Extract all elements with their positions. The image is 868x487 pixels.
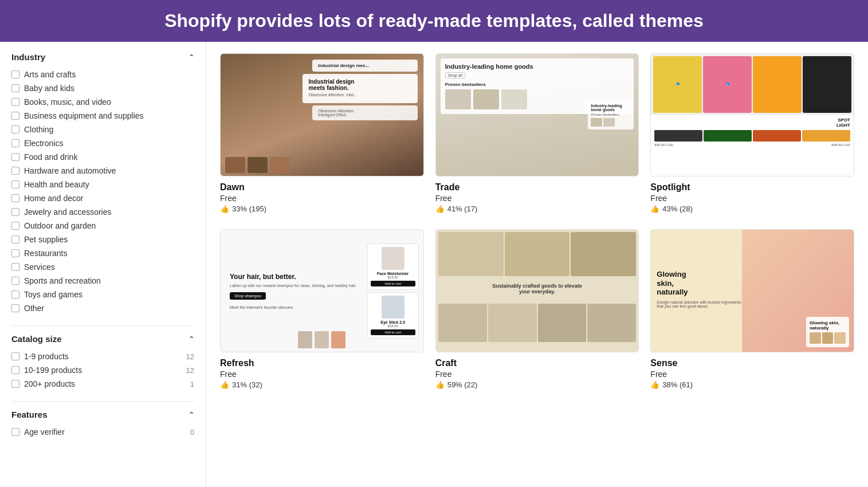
theme-rating-trade: 👍 41% (17) xyxy=(435,205,639,213)
label-toys-games: Toys and games xyxy=(24,290,83,299)
industry-item-electronics[interactable]: Electronics xyxy=(11,136,194,150)
checkbox-health-beauty[interactable] xyxy=(11,180,19,188)
features-section-header[interactable]: Features ⌃ xyxy=(11,410,194,419)
theme-thumbnail-trade: Industry-leading home goods Shop all Pro… xyxy=(435,53,639,176)
industry-item-health-beauty[interactable]: Health and beauty xyxy=(11,178,194,191)
label-age-verifier: Age verifier xyxy=(24,427,65,437)
industry-item-jewelry-accessories[interactable]: Jewelry and accessories xyxy=(11,205,194,219)
label-clothing: Clothing xyxy=(24,125,53,134)
checkbox-restaurants[interactable] xyxy=(11,249,19,257)
theme-thumbnail-dawn: Industrial design mee... Industrial desi… xyxy=(220,53,424,176)
theme-card-spotlight[interactable]: 🧢 🧢 SPOTLIGHT xyxy=(650,53,854,213)
theme-rating-refresh: 👍 31% (32) xyxy=(220,380,424,389)
theme-price-sense: Free xyxy=(650,370,854,379)
industry-item-baby-kids[interactable]: Baby and kids xyxy=(11,81,194,95)
theme-name-trade: Trade xyxy=(435,182,639,193)
checkbox-business-equipment[interactable] xyxy=(11,112,19,120)
checkbox-electronics[interactable] xyxy=(11,139,19,147)
checkbox-arts-crafts[interactable] xyxy=(11,70,19,78)
features-section-label: Features xyxy=(11,410,48,419)
industry-section-label: Industry xyxy=(11,52,45,62)
industry-item-toys-games[interactable]: Toys and games xyxy=(11,288,194,301)
checkbox-hardware-automotive[interactable] xyxy=(11,167,19,175)
count-age-verifier: 0 xyxy=(190,428,194,437)
rating-icon-sense: 👍 xyxy=(650,380,659,389)
checkbox-outdoor-garden[interactable] xyxy=(11,222,19,230)
label-arts-crafts: Arts and crafts xyxy=(24,70,76,79)
theme-rating-spotlight: 👍 43% (28) xyxy=(650,205,854,213)
rating-text-dawn: 33% (195) xyxy=(232,205,266,213)
industry-item-home-decor[interactable]: Home and decor xyxy=(11,191,194,205)
checkbox-baby-kids[interactable] xyxy=(11,84,19,92)
checkbox-pet-supplies[interactable] xyxy=(11,235,19,244)
industry-item-restaurants[interactable]: Restaurants xyxy=(11,246,194,260)
industry-item-arts-crafts[interactable]: Arts and crafts xyxy=(11,68,194,81)
industry-item-other[interactable]: Other xyxy=(11,301,194,315)
label-food-drink: Food and drink xyxy=(24,152,77,162)
catalog-item-10-199[interactable]: 10-199 products 12 xyxy=(11,363,194,377)
industry-chevron-icon: ⌃ xyxy=(188,53,194,61)
theme-thumbnail-spotlight: 🧢 🧢 SPOTLIGHT xyxy=(650,53,854,176)
checkbox-1-9[interactable] xyxy=(11,352,19,360)
industry-item-clothing[interactable]: Clothing xyxy=(11,123,194,136)
label-200-plus: 200+ products xyxy=(24,379,75,388)
catalog-section-header[interactable]: Catalog size ⌃ xyxy=(11,334,194,344)
label-home-decor: Home and decor xyxy=(24,194,84,203)
industry-item-hardware-automotive[interactable]: Hardware and automotive xyxy=(11,164,194,178)
industry-item-services[interactable]: Services xyxy=(11,260,194,274)
theme-card-craft[interactable]: Sustainably crafted goods to elevateyour… xyxy=(435,229,639,389)
theme-rating-craft: 👍 59% (22) xyxy=(435,380,639,389)
feature-item-age-verifier[interactable]: Age verifier 0 xyxy=(11,425,194,439)
theme-thumbnail-refresh: Your hair, but better. Lather up with ou… xyxy=(220,229,424,352)
catalog-chevron-icon: ⌃ xyxy=(188,335,194,343)
label-health-beauty: Health and beauty xyxy=(24,180,89,189)
features-items-list: Age verifier 0 xyxy=(11,425,194,439)
themes-grid: Industrial design mee... Industrial desi… xyxy=(220,53,854,389)
checkbox-toys-games[interactable] xyxy=(11,290,19,299)
rating-icon-refresh: 👍 xyxy=(220,380,229,389)
catalog-item-200-plus[interactable]: 200+ products 1 xyxy=(11,377,194,391)
checkbox-10-199[interactable] xyxy=(11,366,19,374)
count-1-9: 12 xyxy=(186,352,194,361)
industry-item-books-music-video[interactable]: Books, music, and video xyxy=(11,95,194,109)
theme-card-dawn[interactable]: Industrial design mee... Industrial desi… xyxy=(220,53,424,213)
checkbox-other[interactable] xyxy=(11,304,19,312)
checkbox-food-drink[interactable] xyxy=(11,153,19,161)
theme-price-spotlight: Free xyxy=(650,194,854,203)
label-baby-kids: Baby and kids xyxy=(24,84,74,93)
rating-text-refresh: 31% (32) xyxy=(232,380,262,389)
industry-item-sports-recreation[interactable]: Sports and recreation xyxy=(11,274,194,288)
rating-icon-trade: 👍 xyxy=(435,205,445,213)
label-jewelry-accessories: Jewelry and accessories xyxy=(24,207,112,217)
checkbox-books-music-video[interactable] xyxy=(11,98,19,106)
label-books-music-video: Books, music, and video xyxy=(24,97,111,107)
rating-text-sense: 38% (61) xyxy=(662,380,693,389)
divider-2 xyxy=(11,401,194,402)
checkbox-jewelry-accessories[interactable] xyxy=(11,208,19,216)
catalog-items-list: 1-9 products 12 10-199 products 12 200+ … xyxy=(11,349,194,391)
theme-card-sense[interactable]: Glowingskin,naturally Design natural ski… xyxy=(650,229,854,389)
industry-item-pet-supplies[interactable]: Pet supplies xyxy=(11,233,194,246)
theme-price-dawn: Free xyxy=(220,194,424,203)
theme-rating-dawn: 👍 33% (195) xyxy=(220,205,424,213)
theme-info-craft: Craft Free 👍 59% (22) xyxy=(435,358,639,389)
industry-item-food-drink[interactable]: Food and drink xyxy=(11,150,194,164)
theme-card-refresh[interactable]: Your hair, but better. Lather up with ou… xyxy=(220,229,424,389)
checkbox-home-decor[interactable] xyxy=(11,194,19,202)
checkbox-200-plus[interactable] xyxy=(11,380,19,388)
label-1-9: 1-9 products xyxy=(24,352,69,361)
checkbox-clothing[interactable] xyxy=(11,125,19,133)
checkbox-services[interactable] xyxy=(11,263,19,271)
checkbox-age-verifier[interactable] xyxy=(11,428,19,436)
industry-item-outdoor-garden[interactable]: Outdoor and garden xyxy=(11,219,194,233)
industry-section-header[interactable]: Industry ⌃ xyxy=(11,52,194,62)
banner-title: Shopify provides lots of ready-made temp… xyxy=(17,10,851,32)
industry-item-business-equipment[interactable]: Business equipment and supplies xyxy=(11,109,194,123)
main-container: Industry ⌃ Arts and crafts Baby and kids… xyxy=(0,42,868,487)
checkbox-sports-recreation[interactable] xyxy=(11,277,19,285)
theme-info-dawn: Dawn Free 👍 33% (195) xyxy=(220,182,424,213)
label-other: Other xyxy=(24,304,44,313)
catalog-item-1-9[interactable]: 1-9 products 12 xyxy=(11,349,194,363)
theme-info-trade: Trade Free 👍 41% (17) xyxy=(435,182,639,213)
theme-card-trade[interactable]: Industry-leading home goods Shop all Pro… xyxy=(435,53,639,213)
